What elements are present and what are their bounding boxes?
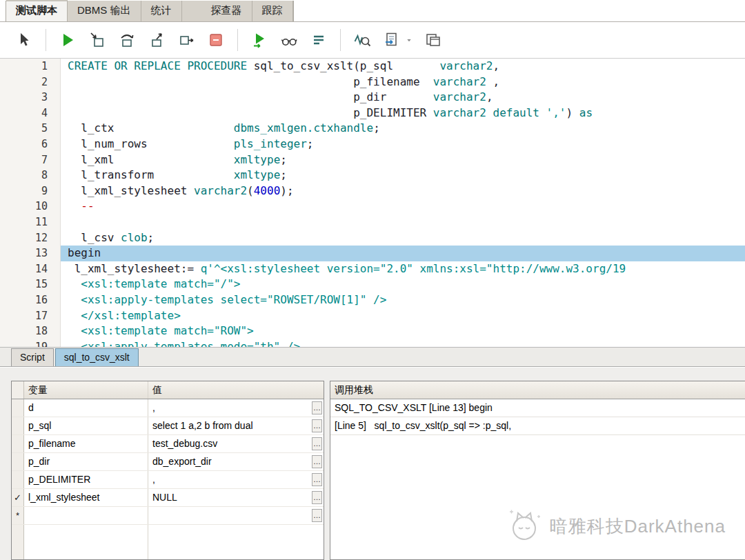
callstack-header: 调用堆栈 xyxy=(330,381,745,399)
code-line-4: p_DELIMITER varchar2 default ',') as xyxy=(61,106,745,121)
line-number: 1 xyxy=(0,59,60,74)
watches-button[interactable] xyxy=(279,30,299,50)
ellipsis-button[interactable]: … xyxy=(312,437,322,450)
variable-value-cell[interactable]: db_export_dir… xyxy=(148,453,324,470)
line-number: 2 xyxy=(0,74,60,90)
row-indicator xyxy=(12,453,24,470)
row-indicator xyxy=(12,435,24,452)
code-line-16: <xsl:apply-templates select="ROWSET/ROW[… xyxy=(61,292,745,308)
code-editor[interactable]: 12345678910111213141516171819 CREATE OR … xyxy=(0,59,745,348)
variable-name-cell[interactable]: p_sql xyxy=(24,417,148,434)
code-line-17: </xsl:template> xyxy=(61,308,745,324)
indicator-column-header xyxy=(12,381,24,399)
row-indicator xyxy=(12,417,24,434)
watermark: 暗雅科技DarkAthena xyxy=(506,508,726,545)
tab-profiler[interactable]: 探查器 xyxy=(201,1,252,21)
top-tab-bar: 测试脚本DBMS 输出统计探查器跟踪 xyxy=(0,0,745,22)
variable-name-cell[interactable]: p_DELIMITER xyxy=(24,471,148,488)
line-number: 8 xyxy=(0,168,60,183)
line-number: 9 xyxy=(0,183,60,199)
callstack-entry[interactable]: SQL_TO_CSV_XSLT [Line 13] begin xyxy=(330,399,745,417)
variable-value-text: , xyxy=(152,402,155,413)
line-number: 7 xyxy=(0,152,60,168)
tab-trace[interactable]: 跟踪 xyxy=(252,1,293,21)
callstack-entry[interactable]: [Line 5] sql_to_csv_xslt(p_sql => :p_sql… xyxy=(330,417,745,435)
result-tab-bar: Scriptsql_to_csv_xslt xyxy=(0,348,745,367)
variable-row[interactable]: p_dirdb_export_dir… xyxy=(12,453,324,471)
variable-value-cell[interactable]: test_debug.csv… xyxy=(148,435,324,452)
dbms-output-button[interactable] xyxy=(308,30,329,50)
variable-name-cell[interactable]: l_xml_stylesheet xyxy=(24,489,148,506)
variable-name-cell[interactable]: p_dir xyxy=(24,453,148,470)
variable-value-cell[interactable]: ,… xyxy=(148,399,324,417)
result-tab-script[interactable]: Script xyxy=(11,348,54,366)
breakpoint-button[interactable] xyxy=(206,30,226,50)
variable-name-cell[interactable] xyxy=(24,507,148,524)
code-line-9: l_xml_stylesheet varchar2(4000); xyxy=(61,183,745,199)
step-out-button[interactable] xyxy=(146,30,167,50)
variable-row[interactable]: d,… xyxy=(12,399,324,417)
code-area[interactable]: CREATE OR REPLACE PROCEDURE sql_to_csv_x… xyxy=(61,59,745,347)
code-line-1: CREATE OR REPLACE PROCEDURE sql_to_csv_x… xyxy=(61,59,745,74)
variable-value-text: , xyxy=(152,474,155,485)
variable-value-cell[interactable]: … xyxy=(148,507,324,524)
code-line-19: <xsl:apply-templates mode="th" /> xyxy=(61,339,745,347)
tab-statistics[interactable]: 统计 xyxy=(141,1,182,21)
variable-value-cell[interactable]: ,… xyxy=(148,471,324,488)
line-number: 15 xyxy=(0,277,60,292)
variable-row[interactable]: *… xyxy=(12,507,324,525)
code-line-3: p_dir varchar2, xyxy=(61,90,745,106)
line-number: 19 xyxy=(0,339,60,348)
variable-value-cell[interactable]: NULL… xyxy=(148,489,324,506)
variable-name-cell[interactable]: p_filename xyxy=(24,435,148,452)
step-over-button[interactable] xyxy=(117,30,137,50)
variable-value-text: select 1 a,2 b from dual xyxy=(152,420,253,431)
ellipsis-button[interactable]: … xyxy=(312,455,322,468)
debug-toolbar xyxy=(0,22,745,59)
code-line-8: l_transform xmltype; xyxy=(61,168,745,183)
tab-dbms-output[interactable]: DBMS 输出 xyxy=(68,1,141,21)
row-indicator xyxy=(12,399,24,417)
row-indicator xyxy=(12,471,24,488)
line-number: 17 xyxy=(0,308,60,324)
variable-name-cell[interactable]: d xyxy=(24,399,148,417)
code-line-6: l_num_rows pls_integer; xyxy=(61,137,745,152)
ellipsis-button[interactable]: … xyxy=(312,491,322,504)
select-pointer-button[interactable] xyxy=(14,30,34,50)
start-debugger-button[interactable] xyxy=(249,30,270,50)
indicator-column-filler xyxy=(12,525,24,559)
variable-column-filler xyxy=(24,525,148,559)
dropdown-caret[interactable] xyxy=(404,30,414,50)
variable-row[interactable]: p_filenametest_debug.csv… xyxy=(12,435,324,453)
variable-row[interactable]: ✓l_xml_stylesheetNULL… xyxy=(12,489,324,507)
line-number: 16 xyxy=(0,292,60,308)
variable-value-text: NULL xyxy=(152,492,177,503)
row-indicator: * xyxy=(12,507,24,524)
variable-value-text: db_export_dir xyxy=(152,456,212,467)
tab-test-script[interactable]: 测试脚本 xyxy=(6,0,68,21)
window-list-button[interactable] xyxy=(423,30,444,50)
ellipsis-button[interactable]: … xyxy=(312,473,322,486)
export-results-button[interactable] xyxy=(381,30,402,50)
ellipsis-button[interactable]: … xyxy=(312,509,322,522)
grid-filler xyxy=(12,525,324,559)
code-line-7: l_xml xmltype; xyxy=(61,152,745,168)
darkathena-logo xyxy=(506,508,543,545)
variable-row[interactable]: p_DELIMITER,… xyxy=(12,471,324,489)
ellipsis-button[interactable]: … xyxy=(312,419,322,432)
code-line-2: p_filename varchar2 , xyxy=(61,74,745,90)
run-to-exception-button[interactable] xyxy=(176,30,197,50)
profiler-button[interactable] xyxy=(352,30,372,50)
variable-row[interactable]: p_sqlselect 1 a,2 b from dual… xyxy=(12,417,324,435)
ellipsis-button[interactable]: … xyxy=(312,401,322,414)
variables-grid: 变量 值 d,…p_sqlselect 1 a,2 b from dual…p_… xyxy=(11,381,324,560)
code-line-13: begin xyxy=(61,246,745,261)
line-number: 6 xyxy=(0,137,60,152)
run-button[interactable] xyxy=(57,30,78,50)
result-tab-sql-to-csv-xslt[interactable]: sql_to_csv_xslt xyxy=(55,348,139,366)
line-number: 18 xyxy=(0,323,60,339)
editor-gutter[interactable]: 12345678910111213141516171819 xyxy=(0,59,61,347)
value-column-header: 值 xyxy=(148,381,324,399)
step-into-button[interactable] xyxy=(87,30,108,50)
variable-value-cell[interactable]: select 1 a,2 b from dual… xyxy=(148,417,324,434)
